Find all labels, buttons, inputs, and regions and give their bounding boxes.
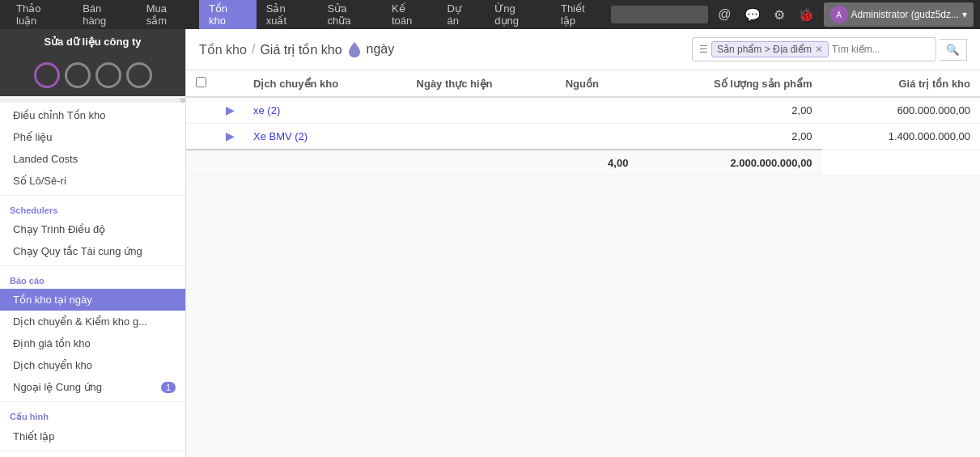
footer-empty-4 xyxy=(407,150,556,176)
top-nav-right: @ 💬 ⚙ 🐞 A Administrator (gudz5dz... ▾ xyxy=(611,2,974,27)
row-checkbox-cell xyxy=(186,124,216,150)
row-source-2 xyxy=(556,124,638,150)
sidebar-item-dieu-chinh-ton-kho[interactable]: Điều chỉnh Tồn kho xyxy=(0,104,185,126)
footer-empty-2 xyxy=(216,150,244,176)
row-value-2: 1.400.000.000,00 xyxy=(822,124,980,150)
breadcrumb-current-label: Giá trị tồn kho xyxy=(260,42,342,57)
search-filter-bar[interactable]: ☰ Sản phẩm > Địa điểm ✕ xyxy=(692,37,936,61)
settings-icon[interactable]: ⚙ xyxy=(770,7,788,23)
nav-search-input[interactable] xyxy=(611,6,708,23)
row-date-1 xyxy=(407,97,556,124)
main-content: Tồn kho / Giá trị tồn kho ngày ☰ Sản phẩ… xyxy=(186,29,980,457)
row-name-2[interactable]: Xe BMV (2) xyxy=(244,124,407,150)
sidebar-item-dich-chuyen-kho[interactable]: Dịch chuyển kho xyxy=(0,354,185,376)
row-expander-1[interactable]: ▶ xyxy=(216,97,244,124)
nav-item-mua-sam[interactable]: Mua sắm xyxy=(137,0,199,29)
user-label: Administrator (gudz5dz... xyxy=(851,9,959,20)
breadcrumb-parent[interactable]: Tồn kho xyxy=(199,42,247,57)
main-layout: Sửa dữ liệu công ty Điều chỉnh Tồn kho P… xyxy=(0,29,980,457)
col-date: Ngày thực hiện xyxy=(407,70,556,97)
search-button[interactable]: 🔍 xyxy=(940,39,967,61)
sidebar-item-ton-kho-tai-ngay[interactable]: Tồn kho tại ngày xyxy=(0,289,185,311)
col-checkbox xyxy=(186,70,216,97)
logo-circle-4 xyxy=(126,62,152,88)
ngoai-le-badge: 1 xyxy=(161,382,176,393)
table-container: Dịch chuyển kho Ngày thực hiện Nguồn Số … xyxy=(186,70,980,176)
sidebar-item-dinh-gia-ton-kho[interactable]: Định giá tồn kho xyxy=(0,332,185,354)
section-header-bao-cao: Báo cáo xyxy=(0,269,185,289)
nav-item-ton-kho[interactable]: Tồn kho xyxy=(199,0,257,29)
top-nav: Thảo luận Bán hàng Mua sắm Tồn kho Sản x… xyxy=(0,0,980,29)
select-all-checkbox[interactable] xyxy=(196,77,206,87)
row-checkbox-cell xyxy=(186,97,216,124)
section-header-cau-hinh: Cấu hình xyxy=(0,405,185,425)
footer-value: 2.000.000.000,00 xyxy=(638,150,821,176)
divider-3 xyxy=(0,401,185,402)
sidebar-item-ngoai-le-cung-ung[interactable]: Ngoại lệ Cung ứng 1 xyxy=(0,376,185,398)
user-dropdown-icon: ▾ xyxy=(962,9,967,20)
user-menu[interactable]: A Administrator (gudz5dz... ▾ xyxy=(824,2,974,27)
nav-item-ung-dung[interactable]: Ứng dụng xyxy=(485,0,551,29)
at-icon[interactable]: @ xyxy=(715,7,734,22)
sidebar-item-dich-chuyen-kiem-kho[interactable]: Dịch chuyển & Kiểm kho g... xyxy=(0,311,185,332)
row-qty-1: 2,00 xyxy=(638,97,821,124)
section-header-schedulers: Schedulers xyxy=(0,199,185,218)
col-source: Nguồn xyxy=(556,70,638,97)
row-source-1 xyxy=(556,97,638,124)
breadcrumb-current: Giá trị tồn kho ngày xyxy=(260,40,394,58)
table-footer-row: 4,00 2.000.000.000,00 xyxy=(186,150,980,176)
breadcrumb-separator: / xyxy=(252,42,255,57)
footer-qty: 4,00 xyxy=(556,150,638,176)
filter-list-icon: ☰ xyxy=(699,44,708,55)
sidebar-item-chay-quy-tac[interactable]: Chạy Quy tắc Tài cung ứng xyxy=(0,240,185,262)
main-header: Tồn kho / Giá trị tồn kho ngày ☰ Sản phẩ… xyxy=(186,29,980,70)
search-area: ☰ Sản phẩm > Địa điểm ✕ 🔍 xyxy=(692,37,967,61)
divider-2 xyxy=(0,265,185,266)
nav-item-du-an[interactable]: Dự án xyxy=(438,0,486,29)
col-expander xyxy=(216,70,244,97)
nav-item-san-xuat[interactable]: Sản xuất xyxy=(257,0,318,29)
filter-tag-remove[interactable]: ✕ xyxy=(815,44,823,55)
nav-item-thao-luan[interactable]: Thảo luận xyxy=(6,0,73,29)
search-input[interactable] xyxy=(832,44,929,55)
logo-circle-1 xyxy=(34,62,60,88)
nav-item-sua-chua[interactable]: Sửa chữa xyxy=(318,0,382,29)
chat-icon[interactable]: 💬 xyxy=(741,7,764,23)
nav-item-ke-toan[interactable]: Kế toán xyxy=(382,0,438,29)
row-expander-2[interactable]: ▶ xyxy=(216,124,244,150)
bug-icon[interactable]: 🐞 xyxy=(795,7,817,23)
logo-circle-2 xyxy=(65,62,91,88)
user-avatar: A xyxy=(830,6,848,23)
divider-4 xyxy=(0,451,185,451)
breadcrumb: Tồn kho / Giá trị tồn kho ngày xyxy=(199,40,394,58)
table-row: ▶ Xe BMV (2) 2,00 1.400.000.000,00 xyxy=(186,124,980,150)
table-row: ▶ xe (2) 2,00 600.000.000,00 xyxy=(186,97,980,124)
expand-icon-2[interactable]: ▶ xyxy=(226,130,234,142)
sidebar-logo xyxy=(0,54,185,96)
sidebar-company-label[interactable]: Sửa dữ liệu công ty xyxy=(0,29,185,54)
sidebar-item-thiet-lap[interactable]: Thiết lập xyxy=(0,425,185,447)
row-value-1: 600.000.000,00 xyxy=(822,97,980,124)
sidebar-item-phe-lieu[interactable]: Phế liệu xyxy=(0,126,185,148)
nav-item-thiet-lap[interactable]: Thiết lập xyxy=(551,0,611,29)
water-drop-icon xyxy=(347,40,362,58)
sidebar: Sửa dữ liệu công ty Điều chỉnh Tồn kho P… xyxy=(0,29,186,457)
footer-empty-1 xyxy=(186,150,216,176)
row-date-2 xyxy=(407,124,556,150)
nav-item-ban-hang[interactable]: Bán hàng xyxy=(73,0,137,29)
filter-tag[interactable]: Sản phẩm > Địa điểm ✕ xyxy=(711,41,829,57)
sidebar-item-landed-costs[interactable]: Landed Costs xyxy=(0,148,185,170)
date-suffix: ngày xyxy=(367,42,395,57)
col-value: Giá trị tồn kho xyxy=(822,70,980,97)
sidebar-item-so-lo-se-ri[interactable]: Số Lô/Sê-ri xyxy=(0,170,185,192)
col-qty: Số lượng sản phẩm xyxy=(638,70,821,97)
row-name-1[interactable]: xe (2) xyxy=(244,97,407,124)
col-transfer: Dịch chuyển kho xyxy=(244,70,407,97)
inventory-table: Dịch chuyển kho Ngày thực hiện Nguồn Số … xyxy=(186,70,980,176)
sidebar-item-chay-trinh-dieu-do[interactable]: Chạy Trình Điều độ xyxy=(0,218,185,240)
table-header-row: Dịch chuyển kho Ngày thực hiện Nguồn Số … xyxy=(186,70,980,97)
divider-1 xyxy=(0,195,185,196)
top-nav-items: Thảo luận Bán hàng Mua sắm Tồn kho Sản x… xyxy=(6,0,611,29)
footer-empty-3 xyxy=(244,150,407,176)
expand-icon-1[interactable]: ▶ xyxy=(226,104,234,116)
